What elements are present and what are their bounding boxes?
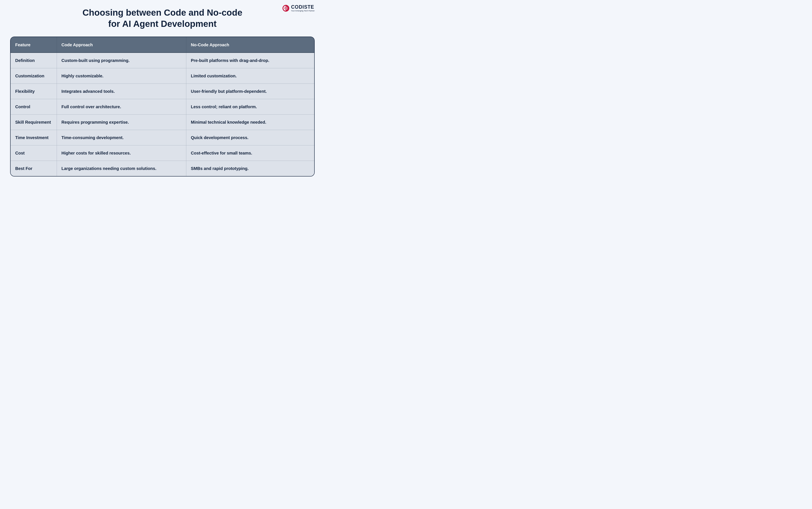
cell-nocode: Pre-built platforms with drag-and-drop.: [186, 53, 315, 68]
table-row: Customization Highly customizable. Limit…: [10, 68, 315, 84]
cell-feature: Best For: [10, 161, 57, 176]
brand-logo: CODISTE Your Emerging Tech Partner: [283, 5, 315, 12]
cell-feature: Time Investment: [10, 130, 57, 145]
table-row: Best For Large organizations needing cus…: [10, 161, 315, 176]
table-row: Control Full control over architecture. …: [10, 99, 315, 114]
logo-tagline: Your Emerging Tech Partner: [291, 10, 315, 12]
comparison-table: Feature Code Approach No-Code Approach D…: [10, 37, 315, 176]
table-header-row: Feature Code Approach No-Code Approach: [10, 37, 315, 53]
page-title: Choosing between Code and No-code for AI…: [10, 7, 315, 29]
cell-nocode: Quick development process.: [186, 130, 315, 145]
cell-code: Highly customizable.: [57, 68, 186, 84]
cell-code: Custom-built using programming.: [57, 53, 186, 68]
cell-nocode: Minimal technical knowledge needed.: [186, 114, 315, 130]
cell-feature: Flexibility: [10, 84, 57, 99]
col-header-code: Code Approach: [57, 37, 186, 53]
table-row: Definition Custom-built using programmin…: [10, 53, 315, 68]
cell-nocode: Less control; reliant on platform.: [186, 99, 315, 114]
cell-feature: Cost: [10, 145, 57, 161]
cell-code: Integrates advanced tools.: [57, 84, 186, 99]
cell-nocode: SMBs and rapid prototyping.: [186, 161, 315, 176]
logo-icon: [283, 5, 289, 12]
col-header-nocode: No-Code Approach: [186, 37, 315, 53]
table-row: Flexibility Integrates advanced tools. U…: [10, 84, 315, 99]
col-header-feature: Feature: [10, 37, 57, 53]
cell-nocode: Limited customization.: [186, 68, 315, 84]
cell-code: Higher costs for skilled resources.: [57, 145, 186, 161]
table-row: Cost Higher costs for skilled resources.…: [10, 145, 315, 161]
cell-feature: Skill Requirement: [10, 114, 57, 130]
cell-code: Large organizations needing custom solut…: [57, 161, 186, 176]
logo-name: CODISTE: [291, 5, 315, 9]
svg-point-2: [286, 8, 286, 8]
table-row: Skill Requirement Requires programming e…: [10, 114, 315, 130]
cell-code: Full control over architecture.: [57, 99, 186, 114]
cell-feature: Control: [10, 99, 57, 114]
table-row: Time Investment Time-consuming developme…: [10, 130, 315, 145]
cell-code: Time-consuming development.: [57, 130, 186, 145]
cell-nocode: Cost-effective for small teams.: [186, 145, 315, 161]
cell-code: Requires programming expertise.: [57, 114, 186, 130]
title-line-2: for AI Agent Development: [108, 19, 217, 29]
cell-feature: Customization: [10, 68, 57, 84]
cell-feature: Definition: [10, 53, 57, 68]
cell-nocode: User-friendly but platform-dependent.: [186, 84, 315, 99]
title-line-1: Choosing between Code and No-code: [83, 8, 242, 18]
